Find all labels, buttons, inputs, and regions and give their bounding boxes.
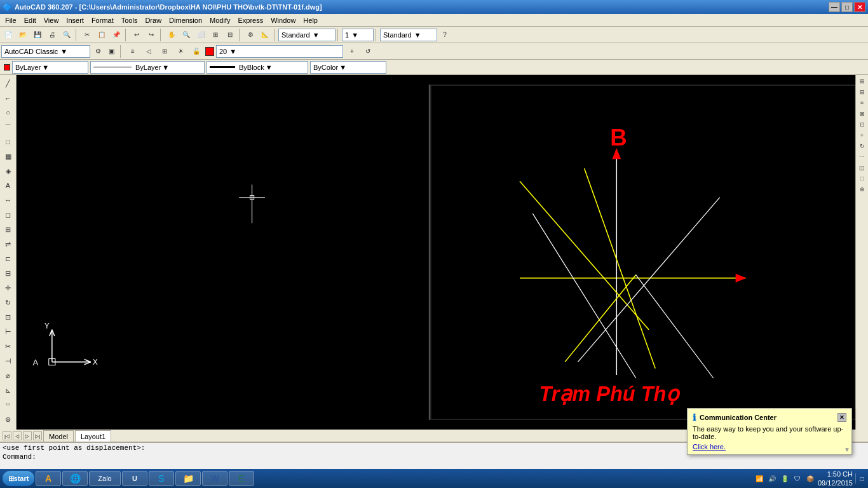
rtool-7[interactable]: ↻ (857, 141, 867, 151)
tray-volume[interactable]: 🔊 (767, 473, 777, 484)
layer-freeze[interactable]: ☀ (173, 44, 187, 58)
tab-model[interactable]: Model (43, 430, 74, 442)
tool-text[interactable]: A (1, 179, 15, 193)
new-button[interactable]: 📄 (1, 28, 15, 42)
menu-insert[interactable]: Insert (62, 15, 88, 25)
rtool-6[interactable]: + (857, 130, 867, 140)
tray-network[interactable]: 📶 (754, 473, 764, 484)
tool-region[interactable]: ◈ (1, 164, 15, 178)
cut-button[interactable]: ✂ (80, 28, 94, 42)
properties-button[interactable]: ⚙ (243, 28, 257, 42)
tool-polyline[interactable]: ⌐ (1, 91, 15, 105)
menu-express[interactable]: Express (234, 15, 267, 25)
rtool-5[interactable]: ⊡ (857, 119, 867, 130)
tool-copy[interactable]: ⊞ (1, 222, 15, 236)
linetype-dropdown[interactable]: ByLayer ▼ (90, 61, 205, 74)
drawing-viewport[interactable]: X Y A (17, 75, 855, 430)
close-button[interactable]: ✕ (854, 2, 865, 12)
tool-erase[interactable]: ◻ (1, 208, 15, 222)
minimize-button[interactable]: — (829, 2, 840, 12)
tool-rotate[interactable]: ↻ (1, 295, 15, 309)
textstyle-dropdown[interactable]: Standard ▼ (278, 29, 336, 41)
menu-tools[interactable]: Tools (118, 15, 142, 25)
tab-first-btn[interactable]: |◁ (3, 431, 11, 440)
layer-dropdown[interactable]: 20 ▼ (216, 45, 343, 58)
copy-button[interactable]: 📋 (95, 28, 109, 42)
tool-mirror[interactable]: ⇌ (1, 237, 15, 251)
taskbar-zalo[interactable]: Zalo (89, 471, 121, 486)
plotstyle-dropdown[interactable]: ByColor ▼ (310, 61, 386, 74)
tool-rectangle[interactable]: □ (1, 135, 15, 149)
tool-arc[interactable]: ⌒ (1, 120, 15, 134)
standard2-dropdown[interactable]: Standard ▼ (380, 29, 437, 41)
paste-button[interactable]: 📌 (109, 28, 123, 42)
tool-hatch[interactable]: ▦ (1, 149, 15, 163)
layer-state[interactable]: ≡ (126, 44, 140, 58)
rtool-3[interactable]: ≡ (857, 98, 867, 108)
rtool-8[interactable]: ⋯ (857, 152, 867, 162)
tool-break[interactable]: ⌀ (1, 369, 15, 383)
plot-button[interactable]: 🖨 (45, 28, 59, 42)
tool-explode[interactable]: ⊛ (1, 412, 15, 426)
workspace-icon2[interactable]: ▣ (105, 44, 117, 58)
show-desktop-btn[interactable]: □ (855, 473, 865, 484)
tray-battery[interactable]: 🔋 (780, 473, 790, 484)
redo-button[interactable]: ↪ (144, 28, 158, 42)
tool-line[interactable]: ╱ (1, 76, 15, 90)
tab-prev-btn[interactable]: ◁ (13, 431, 22, 440)
rtool-11[interactable]: ⊕ (857, 184, 867, 194)
lineweight-dropdown[interactable]: ByBlock ▼ (207, 61, 308, 74)
rtool-4[interactable]: ⊠ (857, 109, 867, 119)
comm-center-link[interactable]: Click here. (693, 443, 726, 451)
tray-dropbox[interactable]: 📦 (805, 473, 815, 484)
tool-circle[interactable]: ○ (1, 105, 15, 119)
start-button[interactable]: ⊞ start (3, 471, 34, 486)
taskbar-autocad[interactable]: A (36, 471, 61, 486)
zoom-extents[interactable]: ⊞ (208, 28, 222, 42)
tool-chamfer[interactable]: ⊾ (1, 383, 15, 397)
zoom-previous[interactable]: ⊟ (223, 28, 237, 42)
menu-window[interactable]: Window (267, 15, 299, 25)
comm-close-button[interactable]: ✕ (837, 413, 846, 422)
tool-array[interactable]: ⊟ (1, 266, 15, 280)
tool-dimension[interactable]: ↔ (1, 193, 15, 207)
rtool-1[interactable]: ⊞ (857, 76, 867, 86)
plot-preview[interactable]: 🔍 (60, 28, 74, 42)
tool-move[interactable]: ✛ (1, 281, 15, 295)
menu-format[interactable]: Format (88, 15, 118, 25)
pan-button[interactable]: ✋ (165, 28, 179, 42)
layer-more[interactable]: + (345, 44, 359, 58)
menu-dimension[interactable]: Dimension (165, 15, 206, 25)
layer-lock[interactable]: 🔓 (189, 44, 203, 58)
layer-sync[interactable]: ↺ (361, 44, 375, 58)
taskbar-word[interactable]: W (202, 471, 227, 486)
tool-offset[interactable]: ⊏ (1, 252, 15, 266)
workspace-dropdown[interactable]: AutoCAD Classic ▼ (1, 45, 90, 58)
zoom-realtime[interactable]: 🔍 (179, 28, 193, 42)
menu-modify[interactable]: Modify (206, 15, 234, 25)
maximize-button[interactable]: □ (841, 2, 853, 12)
rtool-2[interactable]: ⊟ (857, 87, 867, 97)
layer-icons[interactable]: ⊞ (158, 44, 172, 58)
tool-stretch[interactable]: ⊢ (1, 325, 15, 339)
matchprop-button[interactable]: 📐 (258, 28, 272, 42)
menu-help[interactable]: Help (299, 15, 322, 25)
taskbar-unikey[interactable]: U (122, 471, 147, 486)
tool-scale[interactable]: ⊡ (1, 310, 15, 324)
rtool-9[interactable]: ◫ (857, 163, 867, 173)
tray-antivirus[interactable]: 🛡 (792, 473, 803, 484)
layer-prev[interactable]: ◁ (142, 44, 156, 58)
taskbar-browser[interactable]: 🌐 (62, 471, 88, 486)
tool-extend[interactable]: ⊣ (1, 354, 15, 368)
menu-view[interactable]: View (40, 15, 63, 25)
scale-dropdown[interactable]: 1 ▼ (342, 29, 374, 41)
save-button[interactable]: 💾 (31, 28, 44, 42)
taskbar-skype[interactable]: S (149, 471, 174, 486)
tool-fillet[interactable]: ⌔ (1, 398, 15, 412)
tab-last-btn[interactable]: ▷| (33, 431, 42, 440)
workspace-settings[interactable]: ⚙ (92, 44, 104, 58)
color-dropdown[interactable]: ByLayer ▼ (12, 61, 88, 74)
rtool-10[interactable]: □ (857, 173, 867, 184)
tab-next-btn[interactable]: ▷ (23, 431, 32, 440)
zoom-window[interactable]: ⬜ (194, 28, 208, 42)
